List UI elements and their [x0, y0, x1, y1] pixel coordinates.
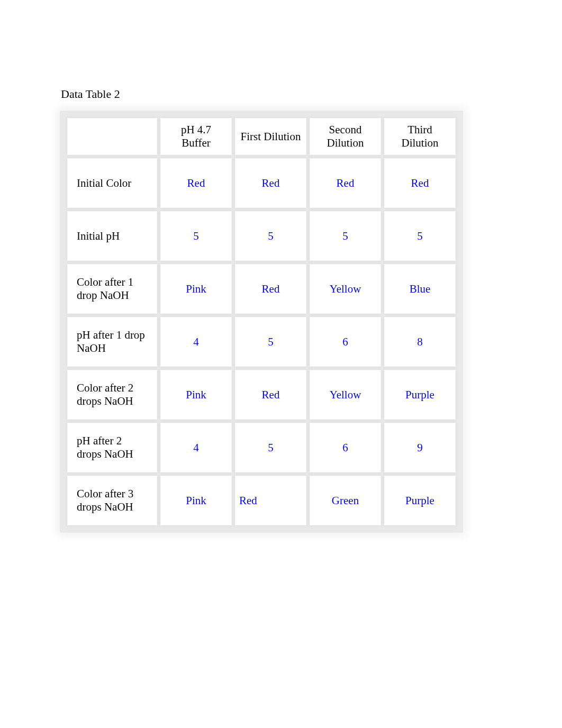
table-cell: Red [235, 264, 306, 314]
table-cell: Red [235, 476, 306, 525]
table-cell: Red [235, 158, 306, 208]
header-second-dilution: Second Dilution [310, 118, 381, 155]
table-cell: 5 [160, 211, 232, 261]
table-row: Color after 1 drop NaOH Pink Red Yellow … [67, 264, 456, 314]
header-buffer: pH 4.7 Buffer [160, 118, 232, 155]
table-cell: Pink [160, 476, 232, 525]
table-cell: 5 [384, 211, 456, 261]
row-label: pH after 1 drop NaOH [67, 317, 157, 367]
data-table-container: pH 4.7 Buffer First Dilution Second Dilu… [60, 111, 463, 533]
table-cell: 5 [235, 317, 306, 367]
table-cell: 5 [310, 211, 381, 261]
table-cell: Pink [160, 264, 232, 314]
table-cell: Red [310, 158, 381, 208]
table-cell: Yellow [310, 264, 381, 314]
table-cell: 5 [235, 423, 306, 472]
table-row: Color after 3 drops NaOH Pink Red Green … [67, 476, 456, 525]
table-cell: Red [160, 158, 232, 208]
row-label: Initial pH [67, 211, 157, 261]
row-label: pH after 2 drops NaOH [67, 423, 157, 472]
table-row: Color after 2 drops NaOH Pink Red Yellow… [67, 370, 456, 420]
table-cell: 9 [384, 423, 456, 472]
table-cell: 6 [310, 423, 381, 472]
table-row: pH after 2 drops NaOH 4 5 6 9 [67, 423, 456, 472]
table-cell: Purple [384, 370, 456, 420]
header-first-dilution: First Dilution [235, 118, 306, 155]
table-row: pH after 1 drop NaOH 4 5 6 8 [67, 317, 456, 367]
table-cell: Purple [384, 476, 456, 525]
table-cell: 6 [310, 317, 381, 367]
table-cell: Green [310, 476, 381, 525]
table-cell: 4 [160, 317, 232, 367]
table-cell: 8 [384, 317, 456, 367]
table-cell: Blue [384, 264, 456, 314]
table-cell: Red [235, 370, 306, 420]
table-cell: 5 [235, 211, 306, 261]
data-table: pH 4.7 Buffer First Dilution Second Dilu… [64, 115, 459, 529]
table-cell: Pink [160, 370, 232, 420]
table-cell: Yellow [310, 370, 381, 420]
row-label: Color after 2 drops NaOH [67, 370, 157, 420]
row-label: Initial Color [67, 158, 157, 208]
table-row: Initial Color Red Red Red Red [67, 158, 456, 208]
row-label: Color after 3 drops NaOH [67, 476, 157, 525]
table-cell: 4 [160, 423, 232, 472]
header-blank [67, 118, 157, 155]
table-title: Data Table 2 [60, 87, 562, 101]
row-label: Color after 1 drop NaOH [67, 264, 157, 314]
header-third-dilution: Third Dilution [384, 118, 456, 155]
table-row: Initial pH 5 5 5 5 [67, 211, 456, 261]
table-cell: Red [384, 158, 456, 208]
